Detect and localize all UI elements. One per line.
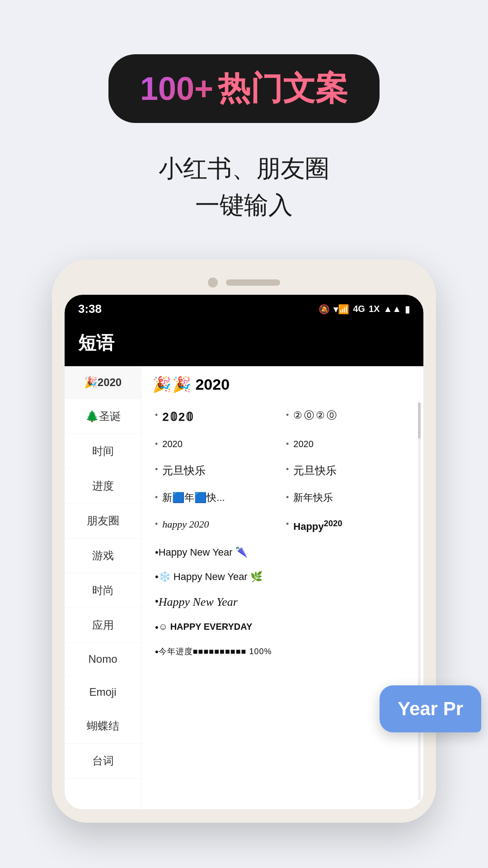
sidebar-item-lines[interactable]: 台词 <box>65 744 141 778</box>
app-header: 短语 <box>65 321 423 366</box>
list-item[interactable]: • 元旦快乐 <box>152 457 283 485</box>
status-icons: 🔕 ▾📶 4G 1X ▲▲ ▮ <box>319 304 410 315</box>
list-item[interactable]: • 元旦快乐 <box>283 457 414 485</box>
top-section: 100+ 热门文案 小红书、朋友圈 一键输入 <box>0 0 488 223</box>
phone-mockup: 3:38 🔕 ▾📶 4G 1X ▲▲ ▮ 短语 🎉2020 <box>52 259 436 823</box>
phone-screen: 3:38 🔕 ▾📶 4G 1X ▲▲ ▮ 短语 🎉2020 <box>65 295 423 809</box>
speech-bubble-text: Year Pr <box>398 698 463 719</box>
bullet: • <box>286 519 289 529</box>
list-item[interactable]: • 2020 <box>152 431 283 457</box>
item-text: 新年快乐 <box>293 491 333 505</box>
badge-text: 热门文案 <box>218 67 348 110</box>
list-item-full[interactable]: • Happy New Year 🌂 <box>152 540 414 565</box>
list-item[interactable]: • 新年快乐 <box>283 485 414 511</box>
scroll-indicator <box>418 402 421 800</box>
list-area: 🎉 🎉 2020 • 2𝟘2𝟘 • ②⓪②⓪ <box>141 366 423 809</box>
list-item-full[interactable]: • ☺ HAPPY EVERYDAY <box>152 615 414 640</box>
mute-icon: 🔕 <box>319 304 330 315</box>
item-text: happy 2020 <box>162 518 209 532</box>
status-bar: 3:38 🔕 ▾📶 4G 1X ▲▲ ▮ <box>65 295 423 321</box>
badge-pill: 100+ 热门文案 <box>108 54 380 123</box>
list-item-full[interactable]: • Happy New Year <box>152 589 414 615</box>
item-text: ②⓪②⓪ <box>293 409 338 423</box>
item-text: ❄️ Happy New Year 🌿 <box>159 571 263 583</box>
phone-top-bar <box>65 273 423 295</box>
sidebar-item-moments[interactable]: 朋友圈 <box>65 504 141 538</box>
bullet: • <box>155 410 158 420</box>
speaker-bar <box>226 279 280 286</box>
bullet: • <box>155 622 159 633</box>
item-text: 元旦快乐 <box>162 463 206 478</box>
bullet: • <box>155 493 158 502</box>
subtitle-line1: 小红书、朋友圈 <box>159 155 329 182</box>
list-item[interactable]: • ②⓪②⓪ <box>283 402 414 431</box>
phone-outer: 3:38 🔕 ▾📶 4G 1X ▲▲ ▮ 短语 🎉2020 <box>52 259 436 823</box>
list-item[interactable]: • 2020 <box>283 431 414 457</box>
scroll-thumb <box>418 402 421 439</box>
status-time: 3:38 <box>78 302 102 316</box>
sidebar-item-progress[interactable]: 进度 <box>65 469 141 504</box>
list-item-full[interactable]: • 今年进度■■■■■■■■■■ 100% <box>152 640 414 664</box>
app-title: 短语 <box>78 333 114 353</box>
bullet: • <box>155 571 159 583</box>
item-text: ☺ HAPPY EVERYDAY <box>159 622 253 632</box>
speech-bubble: Year Pr <box>380 685 481 732</box>
item-text: 元旦快乐 <box>293 463 337 478</box>
bullet: • <box>155 595 159 607</box>
list-item[interactable]: • 2𝟘2𝟘 <box>152 402 283 431</box>
bullet: • <box>155 547 159 558</box>
item-text: 2020 <box>162 438 183 450</box>
sidebar-item-emoji[interactable]: Emoji <box>65 676 141 709</box>
bullet: • <box>155 646 159 658</box>
item-text: Happy New Year <box>159 595 238 609</box>
bullet: • <box>286 465 289 474</box>
item-text: 今年进度■■■■■■■■■■ 100% <box>159 646 272 657</box>
content-area: 🎉2020 🌲圣诞 时间 进度 朋友圈 游戏 时尚 应用 Nomo Emoji … <box>65 366 423 809</box>
signal-icon: ▲▲ <box>383 304 401 314</box>
sidebar-item-apps[interactable]: 应用 <box>65 608 141 643</box>
wifi-icon: ▾📶 <box>333 304 349 315</box>
item-text: Happy2020 <box>293 518 342 534</box>
network-4g: 4G <box>353 304 365 314</box>
battery-icon: ▮ <box>405 304 410 315</box>
sidebar: 🎉2020 🌲圣诞 时间 进度 朋友圈 游戏 时尚 应用 Nomo Emoji … <box>65 366 141 809</box>
network-1x: 1X <box>369 304 380 314</box>
sidebar-item-nomo[interactable]: Nomo <box>65 643 141 676</box>
sidebar-item-fashion[interactable]: 时尚 <box>65 573 141 608</box>
item-text: 2020 <box>293 438 314 450</box>
sidebar-item-2020[interactable]: 🎉2020 <box>65 366 141 399</box>
bullet: • <box>155 465 158 474</box>
list-item[interactable]: • 新🟦年🟦快... <box>152 485 283 511</box>
list-grid: • 2𝟘2𝟘 • ②⓪②⓪ • 2020 • <box>152 402 414 664</box>
list-item[interactable]: • Happy2020 <box>283 511 414 540</box>
item-text: Happy New Year 🌂 <box>159 547 248 558</box>
subtitle: 小红书、朋友圈 一键输入 <box>159 150 329 223</box>
sidebar-item-time[interactable]: 时间 <box>65 434 141 469</box>
bullet: • <box>155 439 158 449</box>
item-text: 新🟦年🟦快... <box>162 491 225 505</box>
list-title-icon: 🎉 <box>152 375 171 393</box>
badge-number: 100+ <box>140 70 213 107</box>
list-item[interactable]: • happy 2020 <box>152 511 283 540</box>
bullet: • <box>286 493 289 502</box>
camera-dot <box>208 278 218 288</box>
list-item-full[interactable]: • ❄️ Happy New Year 🌿 <box>152 565 414 589</box>
sidebar-item-christmas[interactable]: 🌲圣诞 <box>65 399 141 434</box>
sidebar-item-bowtie[interactable]: 蝴蝶结 <box>65 709 141 744</box>
bullet: • <box>286 439 289 449</box>
item-text: 2𝟘2𝟘 <box>162 409 194 425</box>
bullet: • <box>286 410 289 420</box>
bullet: • <box>155 519 158 529</box>
sidebar-item-games[interactable]: 游戏 <box>65 538 141 573</box>
subtitle-line2: 一键输入 <box>195 191 293 218</box>
list-title: 🎉 🎉 2020 <box>152 375 414 393</box>
